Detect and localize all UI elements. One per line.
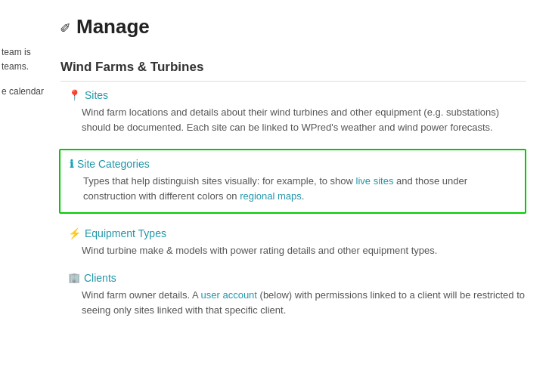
info-icon: ℹ	[70, 158, 73, 170]
clients-link[interactable]: Clients	[84, 272, 116, 284]
section: Wind Farms & Turbines 📍 Sites Wind farm …	[60, 60, 526, 318]
section-heading: Wind Farms & Turbines	[60, 60, 526, 82]
bolt-icon: ⚡	[68, 227, 81, 239]
list-item-clients: 🏢 Clients Wind farm owner details. A use…	[60, 272, 526, 318]
equipment-types-link[interactable]: Equipment Types	[85, 227, 166, 239]
item-title-row-equipment-types: ⚡ Equipment Types	[68, 227, 526, 239]
items-list: 📍 Sites Wind farm locations and details …	[60, 89, 526, 318]
sidebar-text: team is teams. e calendar	[0, 45, 53, 100]
main-content: ✏ Manage Wind Farms & Turbines 📍 Sites W…	[53, 0, 549, 392]
building-icon: 🏢	[68, 272, 80, 283]
item-title-row-site-categories: ℹ Site Categories	[70, 158, 516, 170]
page-title: Manage	[76, 15, 150, 39]
sidebar-line-2: teams.	[2, 60, 53, 74]
site-categories-description: Types that help distinguish sites visual…	[70, 174, 516, 204]
sidebar-line-3: e calendar	[2, 85, 53, 99]
sites-description: Wind farm locations and details about th…	[68, 105, 526, 135]
sidebar-line-1: team is	[2, 45, 53, 60]
item-title-row-sites: 📍 Sites	[68, 89, 526, 101]
user-account-link[interactable]: user account	[201, 289, 257, 301]
wrench-icon: ✏	[56, 17, 76, 36]
sidebar: team is teams. e calendar	[0, 0, 53, 392]
page-container: team is teams. e calendar ✏ Manage Wind …	[0, 0, 549, 392]
equipment-types-description: Wind turbine make & models with power ra…	[68, 243, 526, 258]
clients-description: Wind farm owner details. A user account …	[68, 288, 526, 318]
pin-icon: 📍	[68, 89, 81, 101]
item-title-row-clients: 🏢 Clients	[68, 272, 526, 284]
site-categories-link[interactable]: Site Categories	[77, 158, 150, 170]
list-item-sites: 📍 Sites Wind farm locations and details …	[60, 89, 526, 135]
page-title-row: ✏ Manage	[60, 15, 526, 39]
list-item-equipment-types: ⚡ Equipment Types Wind turbine make & mo…	[60, 227, 526, 258]
live-sites-link[interactable]: live sites	[356, 175, 394, 187]
list-item-site-categories: ℹ Site Categories Types that help distin…	[59, 149, 526, 213]
regional-maps-link[interactable]: regional maps	[240, 190, 302, 202]
sites-link[interactable]: Sites	[85, 89, 108, 101]
